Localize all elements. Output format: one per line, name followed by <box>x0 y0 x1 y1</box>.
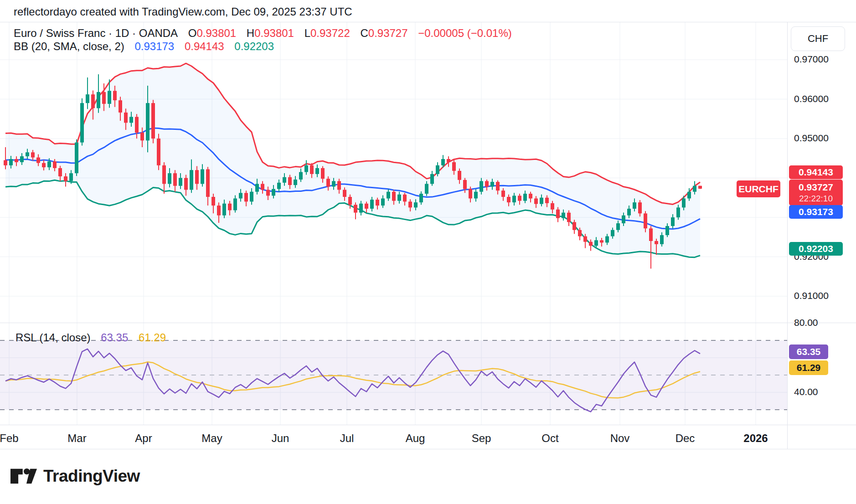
close-value: 0.93727 <box>368 27 408 39</box>
rsi-axis-label: 80.00 <box>794 317 818 328</box>
last-price-badge: 0.93727 22:22:10 <box>789 180 843 206</box>
time-axis-label-mar: Mar <box>67 432 86 445</box>
time-axis-label-2026: 2026 <box>743 432 768 445</box>
price-scale-separator[interactable] <box>787 22 788 449</box>
low-value: 0.93722 <box>310 27 350 39</box>
rsi-legend: RSL (14, close) 63.35 61.29 <box>15 331 166 344</box>
symbol-legend: Euro / Swiss Franc · 1D · OANDA O0.93801… <box>14 27 512 40</box>
time-axis-label-may: May <box>201 432 222 445</box>
symbol-title[interactable]: Euro / Swiss Franc · 1D · OANDA <box>14 27 178 39</box>
rsi-title[interactable]: RSL (14, close) <box>15 331 91 344</box>
rsi-value-badge: 63.35 <box>789 345 828 359</box>
price-axis-label: 0.97000 <box>794 54 829 65</box>
rsi-value: 63.35 <box>101 331 128 344</box>
time-axis-label-jun: Jun <box>272 432 289 445</box>
bb-upper-badge: 0.94143 <box>789 165 843 179</box>
bb-lower-value: 0.92203 <box>234 40 274 52</box>
last-price-value: 0.93727 <box>799 181 833 193</box>
rsi-ma-value: 61.29 <box>139 331 166 344</box>
change-value: −0.00005 (−0.01%) <box>418 27 512 39</box>
chart-top-border <box>0 22 856 22</box>
time-axis-label-aug: Aug <box>406 432 425 445</box>
price-axis-label: 0.96000 <box>794 93 829 104</box>
currency-button[interactable]: CHF <box>791 26 845 51</box>
price-axis-label: 0.95000 <box>794 133 829 144</box>
tradingview-logo[interactable]: TradingView <box>10 467 140 486</box>
low-label: L <box>304 27 310 39</box>
high-label: H <box>247 27 254 39</box>
open-value: 0.93801 <box>196 27 236 39</box>
bb-legend: BB (20, SMA, close, 2) 0.93173 0.94143 0… <box>14 40 274 53</box>
time-axis-label-sep: Sep <box>472 432 491 445</box>
high-value: 0.93801 <box>254 27 294 39</box>
time-axis-bottom-border <box>0 449 856 449</box>
time-axis-label-oct: Oct <box>541 432 558 445</box>
close-label: C <box>360 27 368 39</box>
tradingview-logo-text: TradingView <box>43 467 140 486</box>
rsi-axis-label: 40.00 <box>794 386 818 397</box>
bar-countdown: 22:22:10 <box>799 193 833 204</box>
time-axis-label-feb: Feb <box>0 432 19 445</box>
rsi-ma-badge: 61.29 <box>789 360 828 375</box>
tradingview-logo-icon <box>10 467 37 485</box>
open-label: O <box>188 27 197 39</box>
bb-title[interactable]: BB (20, SMA, close, 2) <box>14 40 124 52</box>
symbol-price-label: EURCHF <box>737 180 780 197</box>
bb-basis-badge: 0.93173 <box>789 205 843 219</box>
tradingview-chart-page: reflectordayo created with TradingView.c… <box>0 0 856 504</box>
bb-upper-value: 0.94143 <box>185 40 224 52</box>
bb-basis-value: 0.93173 <box>134 40 174 52</box>
time-axis-label-nov: Nov <box>610 432 630 445</box>
time-axis-label-jul: Jul <box>340 432 354 445</box>
time-axis-label-dec: Dec <box>676 432 695 445</box>
chart-canvas[interactable] <box>0 0 856 504</box>
bb-lower-badge: 0.92203 <box>789 242 843 256</box>
time-axis-separator <box>0 425 856 425</box>
pane-separator[interactable] <box>0 323 856 323</box>
price-axis-label: 0.91000 <box>794 290 829 301</box>
time-axis-label-apr: Apr <box>135 432 152 445</box>
